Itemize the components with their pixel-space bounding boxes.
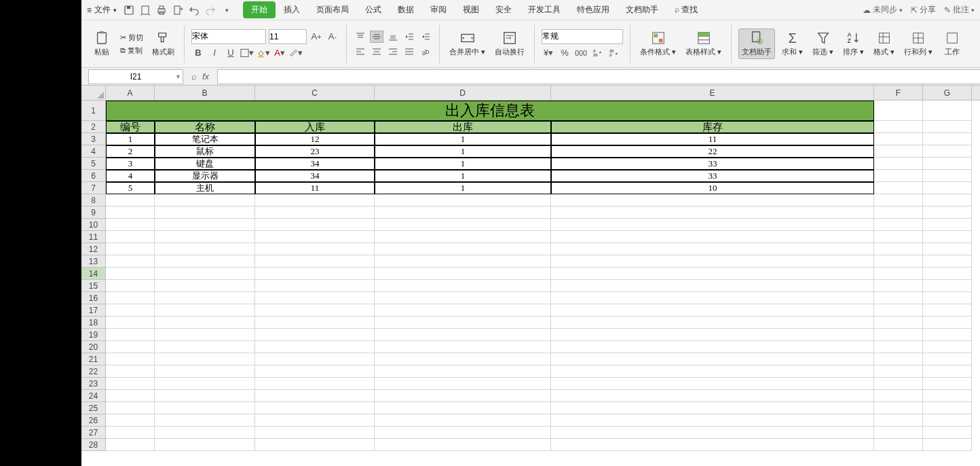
cell[interactable] <box>923 101 972 121</box>
data-cell[interactable]: 34 <box>255 170 375 182</box>
cell[interactable] <box>923 145 972 158</box>
cell[interactable] <box>375 219 551 231</box>
cell[interactable] <box>155 341 255 353</box>
cell[interactable] <box>255 341 375 353</box>
cell[interactable] <box>874 317 923 329</box>
cell[interactable] <box>551 231 874 243</box>
cell[interactable] <box>255 329 375 341</box>
cell[interactable] <box>874 268 923 280</box>
print-preview-icon[interactable] <box>140 5 151 16</box>
header-cell[interactable]: 名称 <box>155 121 255 133</box>
cell[interactable] <box>551 341 874 353</box>
align-left-button[interactable] <box>354 46 367 58</box>
cell[interactable] <box>551 243 874 255</box>
data-cell[interactable]: 3 <box>106 158 155 170</box>
data-cell[interactable]: 2 <box>106 145 155 158</box>
cell[interactable] <box>551 255 874 268</box>
cell[interactable] <box>155 304 255 317</box>
cell[interactable] <box>155 402 255 414</box>
share-button[interactable]: ⇱分享 <box>911 4 936 16</box>
cell[interactable] <box>375 194 551 207</box>
cell[interactable] <box>255 219 375 231</box>
row-header-12[interactable]: 12 <box>81 243 105 255</box>
data-cell[interactable]: 33 <box>551 158 874 170</box>
cell[interactable] <box>155 280 255 292</box>
cell[interactable] <box>874 121 923 133</box>
increase-font-button[interactable]: A+ <box>309 31 323 43</box>
cell[interactable] <box>874 182 923 194</box>
redo-icon[interactable] <box>205 5 216 16</box>
undo-icon[interactable] <box>189 5 200 16</box>
cell[interactable] <box>551 194 874 207</box>
cell[interactable] <box>551 427 874 439</box>
row-header-15[interactable]: 15 <box>81 280 105 292</box>
row-header-10[interactable]: 10 <box>81 219 105 231</box>
row-header-1[interactable]: 1 <box>81 101 105 121</box>
cell[interactable] <box>923 158 972 170</box>
header-cell[interactable]: 出库 <box>375 121 551 133</box>
align-right-button[interactable] <box>386 46 400 58</box>
decrease-indent-button[interactable] <box>402 31 416 43</box>
cell[interactable] <box>255 378 375 390</box>
cell[interactable] <box>923 341 972 353</box>
font-name-select[interactable] <box>191 29 266 44</box>
cell[interactable] <box>106 194 155 207</box>
data-cell[interactable]: 33 <box>551 170 874 182</box>
tab-doc-helper[interactable]: 文档助手 <box>618 1 666 18</box>
cell[interactable] <box>874 219 923 231</box>
data-cell[interactable]: 22 <box>551 145 874 158</box>
cell[interactable] <box>155 427 255 439</box>
row-header-13[interactable]: 13 <box>81 255 105 268</box>
row-header-16[interactable]: 16 <box>81 292 105 304</box>
cell[interactable] <box>106 207 155 219</box>
cond-format-button[interactable]: 条件格式 ▾ <box>637 29 679 58</box>
align-bottom-button[interactable] <box>386 31 400 43</box>
cell[interactable] <box>874 390 923 402</box>
doc-helper-button[interactable]: 文档助手 <box>738 29 775 59</box>
cell[interactable] <box>923 427 972 439</box>
cell[interactable] <box>923 182 972 194</box>
cell[interactable] <box>155 329 255 341</box>
cell[interactable] <box>874 243 923 255</box>
cell[interactable] <box>874 194 923 207</box>
cell[interactable] <box>106 427 155 439</box>
border-button[interactable]: ▾ <box>240 47 254 59</box>
cell[interactable] <box>874 101 923 121</box>
cell[interactable] <box>255 427 375 439</box>
rowcol-button[interactable]: 行和列 ▾ <box>901 29 935 58</box>
underline-button[interactable]: U <box>224 47 238 59</box>
data-cell[interactable]: 34 <box>255 158 375 170</box>
print-icon[interactable] <box>156 5 167 16</box>
cell[interactable] <box>106 292 155 304</box>
row-header-11[interactable]: 11 <box>81 231 105 243</box>
data-cell[interactable]: 主机 <box>155 182 255 194</box>
cell[interactable] <box>106 243 155 255</box>
cell[interactable] <box>874 255 923 268</box>
cell[interactable] <box>155 439 255 451</box>
cell[interactable] <box>255 353 375 365</box>
cell[interactable] <box>874 353 923 365</box>
name-box[interactable]: I21 ▼ <box>88 69 183 84</box>
cell[interactable] <box>923 133 972 145</box>
save-icon[interactable] <box>124 5 134 16</box>
cell[interactable] <box>375 402 551 414</box>
row-header-9[interactable]: 9 <box>81 207 105 219</box>
cell[interactable] <box>255 231 375 243</box>
cell[interactable] <box>551 390 874 402</box>
align-center-button[interactable] <box>370 46 383 58</box>
header-cell[interactable]: 库存 <box>551 121 874 133</box>
sync-status[interactable]: ☁未同步▾ <box>863 4 903 16</box>
data-cell[interactable]: 10 <box>551 182 874 194</box>
tab-insert[interactable]: 插入 <box>276 1 308 18</box>
cell[interactable] <box>155 353 255 365</box>
cell[interactable] <box>106 219 155 231</box>
row-header-14[interactable]: 14 <box>81 268 105 280</box>
cell[interactable] <box>375 255 551 268</box>
comment-button[interactable]: ✎批注▾ <box>944 4 975 16</box>
cell[interactable] <box>874 158 923 170</box>
cell[interactable] <box>874 145 923 158</box>
fx-icon[interactable]: fx <box>202 71 209 82</box>
cell[interactable] <box>923 243 972 255</box>
row-header-4[interactable]: 4 <box>81 145 105 158</box>
font-color-button[interactable]: A▾ <box>273 47 286 59</box>
